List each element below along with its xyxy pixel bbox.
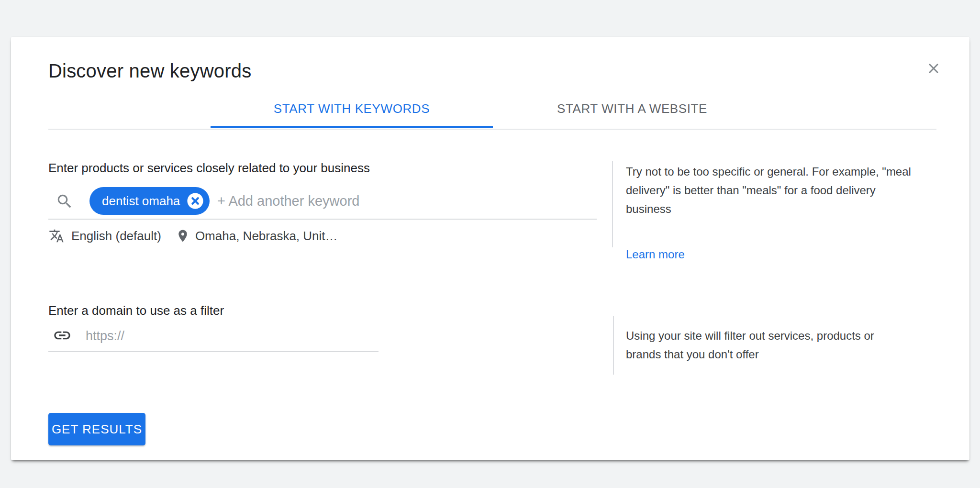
translate-icon	[49, 228, 64, 244]
location-value[interactable]: Omaha, Nebraska, Unit…	[195, 229, 338, 244]
keyword-chip[interactable]: dentist omaha	[89, 187, 210, 215]
learn-more-link[interactable]: Learn more	[626, 247, 685, 262]
domain-help-divider	[613, 316, 614, 375]
get-results-button[interactable]: GET RESULTS	[48, 413, 145, 445]
search-icon	[56, 192, 74, 212]
domain-input[interactable]	[86, 324, 354, 348]
keywords-help-divider	[612, 161, 613, 247]
close-button[interactable]	[923, 58, 944, 79]
keywords-section-label: Enter products or services closely relat…	[48, 160, 370, 176]
domain-section-label: Enter a domain to use as a filter	[48, 303, 224, 318]
link-icon	[53, 326, 72, 347]
remove-keyword-button[interactable]	[186, 192, 204, 210]
tab-start-with-a-website[interactable]: START WITH A WEBSITE	[501, 89, 764, 128]
domain-help-text: Using your site will filter out services…	[626, 326, 942, 364]
circle-x-icon	[186, 192, 204, 210]
domain-input-underline	[48, 351, 379, 352]
targeting-row: English (default) Omaha, Nebraska, Unit…	[49, 228, 338, 244]
tab-bar-divider	[48, 129, 936, 130]
discover-keywords-dialog: Discover new keywords START WITH KEYWORD…	[11, 37, 969, 460]
keywords-help-text: Try not to be too specific or general. F…	[626, 162, 942, 218]
location-pin-icon	[176, 229, 190, 243]
page-background: { "dialog": { "title": "Discover new key…	[0, 0, 980, 488]
keyword-input-underline	[48, 219, 597, 220]
tab-start-with-keywords[interactable]: START WITH KEYWORDS	[211, 89, 493, 128]
language-value[interactable]: English (default)	[71, 229, 161, 244]
page-title: Discover new keywords	[48, 60, 251, 82]
add-keyword-input[interactable]	[217, 188, 523, 214]
keyword-chip-label: dentist omaha	[102, 194, 180, 209]
close-icon	[925, 60, 942, 77]
